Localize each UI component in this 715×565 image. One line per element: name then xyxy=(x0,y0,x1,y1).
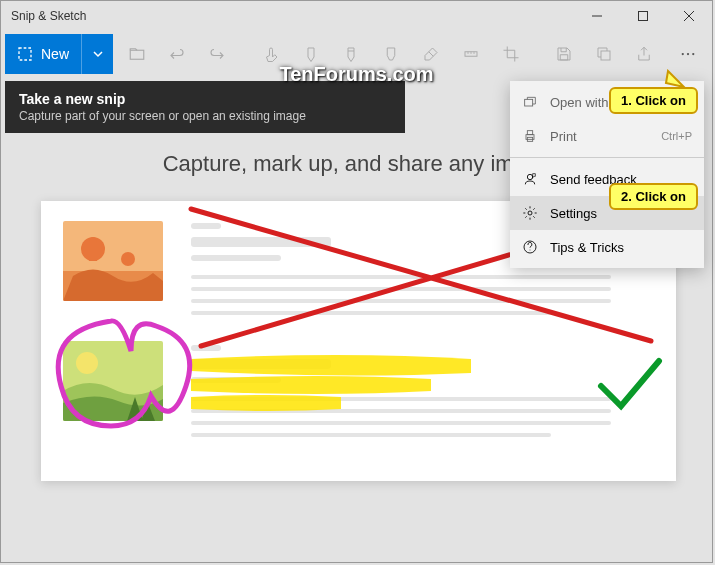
snip-icon xyxy=(17,46,33,62)
annotation-callout-1: 1. Click on xyxy=(609,87,698,114)
menu-item-tips[interactable]: Tips & Tricks xyxy=(510,230,704,264)
menu-label: Tips & Tricks xyxy=(550,240,624,255)
sample-lines-2 xyxy=(191,345,611,445)
undo-icon xyxy=(168,45,186,63)
svg-point-13 xyxy=(692,53,694,55)
save-button[interactable] xyxy=(544,34,584,74)
feedback-icon xyxy=(522,171,538,187)
undo-button[interactable] xyxy=(157,34,197,74)
save-icon xyxy=(555,45,573,63)
svg-rect-5 xyxy=(130,50,144,59)
copy-button[interactable] xyxy=(584,34,624,74)
menu-label: Settings xyxy=(550,206,597,221)
menu-label: Print xyxy=(550,129,577,144)
titlebar: Snip & Sketch xyxy=(1,1,712,31)
redo-icon xyxy=(208,45,226,63)
annotation-callout-2: 2. Click on xyxy=(609,183,698,210)
ellipsis-icon xyxy=(679,45,697,63)
new-snip-dropdown[interactable] xyxy=(81,34,113,74)
sample-thumb-green xyxy=(63,341,163,421)
chevron-down-icon xyxy=(92,48,104,60)
svg-point-18 xyxy=(527,174,532,179)
window-controls xyxy=(574,1,712,31)
close-button[interactable] xyxy=(666,1,712,31)
window-title: Snip & Sketch xyxy=(1,9,86,23)
new-snip-tooltip: Take a new snip Capture part of your scr… xyxy=(5,81,405,133)
copy-icon xyxy=(595,45,613,63)
pen-icon xyxy=(302,45,320,63)
open-button[interactable] xyxy=(117,34,157,74)
svg-rect-1 xyxy=(639,12,648,21)
svg-rect-14 xyxy=(525,99,533,106)
more-button[interactable] xyxy=(668,34,708,74)
share-button[interactable] xyxy=(624,34,664,74)
svg-rect-16 xyxy=(527,131,532,135)
tooltip-title: Take a new snip xyxy=(19,91,391,107)
help-icon xyxy=(522,239,538,255)
new-snip-button[interactable]: New xyxy=(5,34,113,74)
menu-item-print[interactable]: Print Ctrl+P xyxy=(510,119,704,153)
svg-point-24 xyxy=(121,252,135,266)
redo-button[interactable] xyxy=(197,34,237,74)
new-label: New xyxy=(41,46,69,62)
eraser-icon xyxy=(422,45,440,63)
svg-point-11 xyxy=(682,53,684,55)
highlighter-icon xyxy=(382,45,400,63)
svg-rect-4 xyxy=(19,48,31,60)
svg-point-12 xyxy=(687,53,689,55)
menu-separator xyxy=(510,157,704,158)
menu-shortcut: Ctrl+P xyxy=(661,130,692,142)
print-icon xyxy=(522,128,538,144)
menu-label: Open with xyxy=(550,95,609,110)
touch-icon xyxy=(262,45,280,63)
maximize-button[interactable] xyxy=(620,1,666,31)
folder-icon xyxy=(128,45,146,63)
app-window: Snip & Sketch New xyxy=(0,0,713,563)
svg-point-19 xyxy=(528,211,532,215)
svg-point-26 xyxy=(76,352,98,374)
share-icon xyxy=(635,45,653,63)
crop-button[interactable] xyxy=(491,34,531,74)
watermark-text: TenForums.com xyxy=(279,63,433,86)
ruler-button[interactable] xyxy=(451,34,491,74)
minimize-button[interactable] xyxy=(574,1,620,31)
pencil-icon xyxy=(342,45,360,63)
crop-icon xyxy=(502,45,520,63)
svg-rect-10 xyxy=(601,51,610,60)
ruler-icon xyxy=(462,45,480,63)
gear-icon xyxy=(522,205,538,221)
new-snip-main[interactable]: New xyxy=(5,34,81,74)
sample-thumb-orange xyxy=(63,221,163,301)
tooltip-subtitle: Capture part of your screen or open an e… xyxy=(19,109,391,123)
open-with-icon xyxy=(522,94,538,110)
